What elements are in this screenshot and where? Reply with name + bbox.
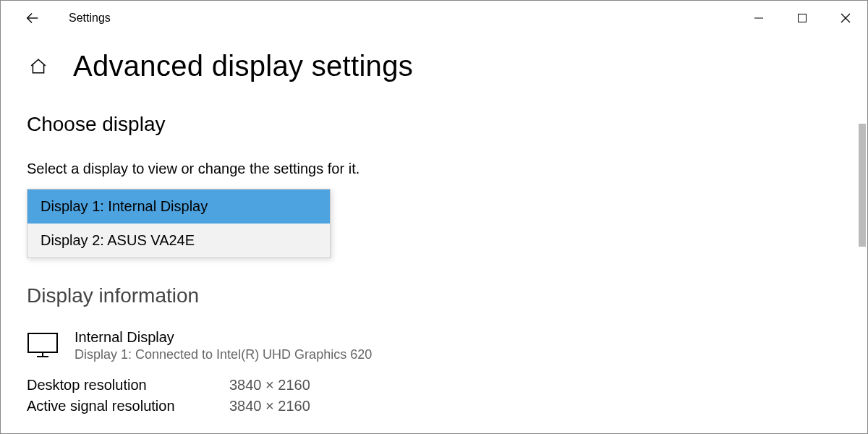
minimize-icon xyxy=(754,13,764,23)
desktop-resolution-value: 3840 × 2160 xyxy=(229,377,310,393)
display-select-dropdown[interactable]: Display 1: Internal Display Display 2: A… xyxy=(27,189,331,258)
page-title: Advanced display settings xyxy=(73,50,413,82)
scrollbar-thumb[interactable] xyxy=(859,124,866,247)
active-signal-resolution-label: Active signal resolution xyxy=(27,398,229,414)
close-button[interactable] xyxy=(824,1,867,35)
app-title: Settings xyxy=(69,12,111,25)
desktop-resolution-label: Desktop resolution xyxy=(27,377,229,393)
svg-rect-2 xyxy=(799,14,807,22)
close-icon xyxy=(841,13,851,23)
info-row: Active signal resolution 3840 × 2160 xyxy=(27,398,841,414)
maximize-icon xyxy=(797,13,807,23)
back-arrow-icon xyxy=(25,10,41,26)
info-row: Desktop resolution 3840 × 2160 xyxy=(27,377,841,393)
display-connection: Display 1: Connected to Intel(R) UHD Gra… xyxy=(75,347,372,362)
active-signal-resolution-value: 3840 × 2160 xyxy=(229,398,310,414)
choose-display-instruction: Select a display to view or change the s… xyxy=(27,161,841,177)
home-button[interactable] xyxy=(27,55,50,78)
home-icon xyxy=(29,57,48,76)
svg-rect-5 xyxy=(28,333,57,352)
maximize-button[interactable] xyxy=(780,1,824,35)
display-option-2[interactable]: Display 2: ASUS VA24E xyxy=(27,224,330,258)
back-button[interactable] xyxy=(18,4,47,33)
display-name: Internal Display xyxy=(75,329,372,346)
display-information-heading: Display information xyxy=(27,284,841,307)
choose-display-heading: Choose display xyxy=(27,113,841,136)
monitor-icon xyxy=(27,332,59,361)
display-option-1[interactable]: Display 1: Internal Display xyxy=(27,190,330,224)
minimize-button[interactable] xyxy=(737,1,780,35)
